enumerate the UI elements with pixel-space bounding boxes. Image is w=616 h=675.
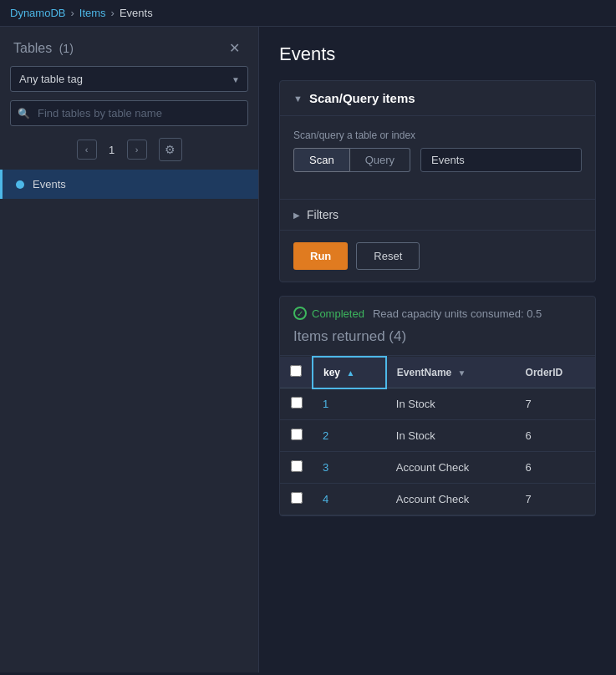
row-eventname-cell: Account Check: [386, 484, 516, 515]
breadcrumb-current: Events: [120, 7, 153, 19]
filters-label: Filters: [307, 208, 339, 221]
main-layout: Tables (1) ✕ Any table tag ▼ 🔍 ‹ 1 › ⚙ E…: [0, 27, 616, 672]
orderid-column-header[interactable]: OrderID: [516, 357, 595, 388]
pagination-row: ‹ 1 › ⚙: [0, 134, 258, 170]
page-title: Events: [279, 43, 596, 65]
sort-asc-icon: ▲: [346, 368, 354, 378]
scan-query-panel: ▼ Scan/Query items Scan/query a table or…: [279, 80, 596, 282]
select-all-header: [280, 357, 313, 388]
search-icon: 🔍: [18, 108, 30, 119]
results-tbody: 1 In Stock 7 2 In Stock 6 3 Account Chec…: [280, 388, 595, 515]
table-item-events[interactable]: Events: [0, 170, 258, 199]
action-row: Run Reset: [280, 230, 595, 282]
breadcrumb-dynamodb[interactable]: DynamoDB: [10, 7, 65, 19]
table-header: key ▲ EventName ▼ OrderID: [280, 357, 595, 388]
row-checkbox-cell: [280, 452, 313, 484]
breadcrumb-items[interactable]: Items: [79, 7, 106, 19]
row-checkbox-cell: [280, 420, 313, 452]
table-item-label: Events: [33, 178, 66, 190]
run-button[interactable]: Run: [293, 242, 348, 270]
check-circle-icon: ✓: [293, 307, 307, 320]
row-checkbox-cell: [280, 484, 313, 515]
row-checkbox-cell: [280, 388, 313, 420]
row-checkbox[interactable]: [291, 460, 303, 472]
table-row: 4 Account Check 7: [280, 484, 595, 515]
table-tag-dropdown[interactable]: Any table tag ▼: [10, 66, 248, 92]
results-header: ✓ Completed Read capacity units consumed…: [280, 297, 595, 356]
row-eventname-cell: In Stock: [386, 420, 516, 452]
table-list: Events: [0, 170, 258, 672]
select-all-checkbox[interactable]: [290, 365, 302, 377]
completed-badge: ✓ Completed: [293, 307, 364, 320]
completed-row: ✓ Completed Read capacity units consumed…: [293, 307, 582, 320]
row-key-link[interactable]: 2: [323, 429, 328, 442]
results-panel: ✓ Completed Read capacity units consumed…: [279, 296, 596, 516]
sidebar-close-button[interactable]: ✕: [224, 38, 245, 58]
collapse-icon: ▼: [293, 94, 303, 104]
panel-header[interactable]: ▼ Scan/Query items: [280, 81, 595, 116]
page-next-button[interactable]: ›: [127, 140, 147, 160]
row-orderid-cell: 6: [516, 420, 595, 452]
row-key-cell: 1: [313, 388, 386, 420]
row-key-link[interactable]: 1: [323, 398, 328, 410]
filters-row[interactable]: ▶ Filters: [280, 199, 595, 230]
results-table: key ▲ EventName ▼ OrderID: [280, 356, 595, 515]
row-orderid-cell: 7: [516, 484, 595, 515]
row-eventname-cell: In Stock: [386, 388, 516, 420]
main-content: Events ▼ Scan/Query items Scan/query a t…: [259, 27, 616, 672]
row-orderid-cell: 6: [516, 452, 595, 484]
row-checkbox[interactable]: [291, 492, 303, 504]
panel-body: Scan/query a table or index Scan Query: [280, 116, 595, 199]
row-checkbox[interactable]: [291, 397, 303, 409]
breadcrumb: DynamoDB › Items › Events: [0, 0, 616, 27]
eventname-column-header[interactable]: EventName ▼: [386, 357, 516, 388]
settings-button[interactable]: ⚙: [159, 138, 182, 161]
table-name-field[interactable]: [420, 148, 582, 172]
row-key-cell: 2: [313, 420, 386, 452]
read-capacity-text: Read capacity units consumed: 0.5: [373, 307, 542, 320]
table-tag-select-input[interactable]: Any table tag: [10, 66, 248, 92]
breadcrumb-sep-2: ›: [111, 7, 115, 19]
row-key-link[interactable]: 3: [323, 461, 328, 474]
row-key-link[interactable]: 4: [323, 493, 328, 505]
completed-label: Completed: [312, 307, 364, 320]
scan-query-subtitle: Scan/query a table or index: [293, 129, 582, 141]
query-button[interactable]: Query: [350, 148, 410, 172]
table-row: 2 In Stock 6: [280, 420, 595, 452]
active-dot-icon: [16, 180, 24, 189]
sidebar: Tables (1) ✕ Any table tag ▼ 🔍 ‹ 1 › ⚙ E…: [0, 27, 259, 672]
row-checkbox[interactable]: [291, 429, 303, 440]
filters-expand-icon: ▶: [293, 211, 300, 220]
row-eventname-cell: Account Check: [386, 452, 516, 484]
row-orderid-cell: 7: [516, 388, 595, 420]
scan-query-toggle-row: Scan Query: [293, 148, 582, 172]
items-returned-title: Items returned (4): [293, 328, 582, 345]
row-key-cell: 4: [313, 484, 386, 515]
search-input[interactable]: [10, 100, 248, 126]
page-prev-button[interactable]: ‹: [77, 140, 97, 160]
breadcrumb-sep-1: ›: [70, 7, 74, 19]
sort-desc-icon: ▼: [458, 368, 466, 378]
sidebar-title: Tables (1): [13, 41, 74, 56]
key-column-header[interactable]: key ▲: [313, 357, 386, 388]
sidebar-header: Tables (1) ✕: [0, 27, 258, 66]
table-row: 1 In Stock 7: [280, 388, 595, 420]
row-key-cell: 3: [313, 452, 386, 484]
page-number: 1: [104, 144, 120, 156]
panel-header-title: Scan/Query items: [309, 91, 415, 105]
table-search-box[interactable]: 🔍: [10, 100, 248, 126]
scan-button[interactable]: Scan: [293, 148, 350, 172]
table-row: 3 Account Check 6: [280, 452, 595, 484]
reset-button[interactable]: Reset: [356, 242, 420, 270]
